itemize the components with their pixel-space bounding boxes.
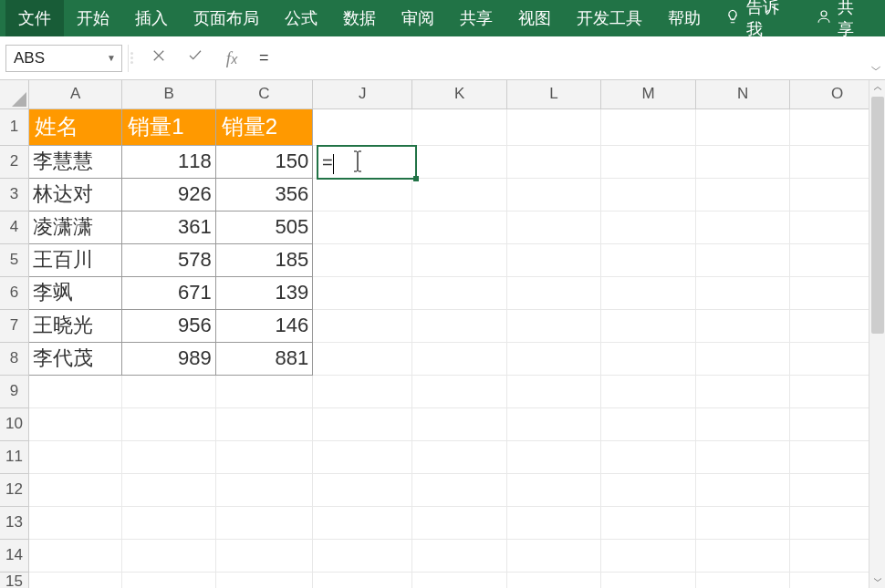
cell-J6[interactable] (313, 276, 412, 309)
cell-B3[interactable]: 926 (122, 178, 215, 211)
tab-page-layout[interactable]: 页面布局 (181, 0, 272, 36)
cell-N3[interactable] (695, 178, 790, 211)
cell-L4[interactable] (506, 211, 600, 243)
cell-K6[interactable] (412, 276, 506, 309)
cell-N12[interactable] (695, 473, 790, 506)
cell-K9[interactable] (412, 375, 506, 407)
row-header-14[interactable]: 14 (0, 539, 29, 572)
cell-M11[interactable] (601, 440, 696, 473)
cell-C13[interactable] (215, 506, 312, 539)
cell-J3[interactable] (313, 178, 412, 211)
cell-A10[interactable] (29, 407, 122, 440)
cell-J10[interactable] (313, 407, 412, 440)
cell-N14[interactable] (695, 539, 790, 572)
col-header-C[interactable]: C (215, 80, 312, 108)
col-header-J[interactable]: J (313, 80, 412, 108)
tab-formulas[interactable]: 公式 (272, 0, 330, 36)
cell-C4[interactable]: 505 (215, 211, 312, 243)
cell-M3[interactable] (601, 178, 696, 211)
cell-M4[interactable] (601, 211, 696, 243)
cell-K3[interactable] (412, 178, 506, 211)
cell-J15[interactable] (313, 572, 412, 588)
row-header-7[interactable]: 7 (0, 309, 29, 342)
cell-L2[interactable] (506, 145, 600, 178)
tab-insert[interactable]: 插入 (122, 0, 181, 36)
cell-A12[interactable] (29, 473, 122, 506)
cell-M13[interactable] (601, 506, 696, 539)
cell-B11[interactable] (122, 440, 215, 473)
cell-B8[interactable]: 989 (122, 342, 215, 375)
cell-J9[interactable] (313, 375, 412, 407)
row-header-4[interactable]: 4 (0, 211, 29, 243)
scroll-down-button[interactable] (869, 572, 885, 588)
tab-share[interactable]: 共享 (447, 0, 505, 36)
cell-A3[interactable]: 林达对 (29, 178, 122, 211)
cell-J5[interactable] (313, 243, 412, 276)
col-header-M[interactable]: M (601, 80, 696, 108)
cell-N15[interactable] (695, 572, 790, 588)
cell-K5[interactable] (412, 243, 506, 276)
cell-K10[interactable] (412, 407, 506, 440)
cell-J1[interactable] (313, 108, 412, 145)
tab-view[interactable]: 视图 (505, 0, 564, 36)
cell-N2[interactable] (695, 145, 790, 178)
cell-A7[interactable]: 王晓光 (29, 309, 122, 342)
insert-function-button[interactable]: fx (213, 45, 250, 72)
cell-A9[interactable] (29, 375, 122, 407)
row-header-8[interactable]: 8 (0, 342, 29, 375)
cell-K14[interactable] (412, 539, 506, 572)
col-header-A[interactable]: A (29, 80, 122, 108)
cell-L3[interactable] (506, 178, 600, 211)
row-header-6[interactable]: 6 (0, 276, 29, 309)
cell-B4[interactable]: 361 (122, 211, 215, 243)
cell-C10[interactable] (215, 407, 312, 440)
cell-B13[interactable] (122, 506, 215, 539)
cell-K11[interactable] (412, 440, 506, 473)
cell-A2[interactable]: 李慧慧 (29, 145, 122, 178)
cell-C14[interactable] (215, 539, 312, 572)
cell-L13[interactable] (506, 506, 600, 539)
cell-B15[interactable] (122, 572, 215, 588)
cell-M9[interactable] (601, 375, 696, 407)
scroll-thumb[interactable] (871, 97, 884, 334)
cell-B14[interactable] (122, 539, 215, 572)
cell-K4[interactable] (412, 211, 506, 243)
cell-K1[interactable] (412, 108, 506, 145)
tab-help[interactable]: 帮助 (655, 0, 713, 36)
cell-J7[interactable] (313, 309, 412, 342)
row-header-15[interactable]: 15 (0, 572, 29, 588)
col-header-K[interactable]: K (412, 80, 506, 108)
cell-N13[interactable] (695, 506, 790, 539)
cell-C8[interactable]: 881 (215, 342, 312, 375)
cell-J4[interactable] (313, 211, 412, 243)
cancel-formula-button[interactable] (141, 45, 177, 72)
tab-developer[interactable]: 开发工具 (564, 0, 655, 36)
cell-L6[interactable] (506, 276, 600, 309)
cell-N11[interactable] (695, 440, 790, 473)
cell-A14[interactable] (29, 539, 122, 572)
cell-C11[interactable] (215, 440, 312, 473)
tab-review[interactable]: 审阅 (389, 0, 447, 36)
cell-C5[interactable]: 185 (215, 243, 312, 276)
cell-C7[interactable]: 146 (215, 309, 312, 342)
cell-L14[interactable] (506, 539, 600, 572)
expand-formula-bar-button[interactable] (867, 36, 885, 80)
cell-L8[interactable] (506, 342, 600, 375)
cell-B7[interactable]: 956 (122, 309, 215, 342)
cell-C15[interactable] (215, 572, 312, 588)
cell-A11[interactable] (29, 440, 122, 473)
tellme-button[interactable]: 告诉我 (713, 0, 805, 36)
vertical-scrollbar[interactable] (869, 80, 885, 588)
cell-A8[interactable]: 李代茂 (29, 342, 122, 375)
cell-M15[interactable] (601, 572, 696, 588)
cell-N8[interactable] (695, 342, 790, 375)
cell-M7[interactable] (601, 309, 696, 342)
cell-L11[interactable] (506, 440, 600, 473)
cell-M6[interactable] (601, 276, 696, 309)
cell-M1[interactable] (601, 108, 696, 145)
cell-A15[interactable] (29, 572, 122, 588)
cell-N9[interactable] (695, 375, 790, 407)
row-header-5[interactable]: 5 (0, 243, 29, 276)
cell-N6[interactable] (695, 276, 790, 309)
cell-L12[interactable] (506, 473, 600, 506)
